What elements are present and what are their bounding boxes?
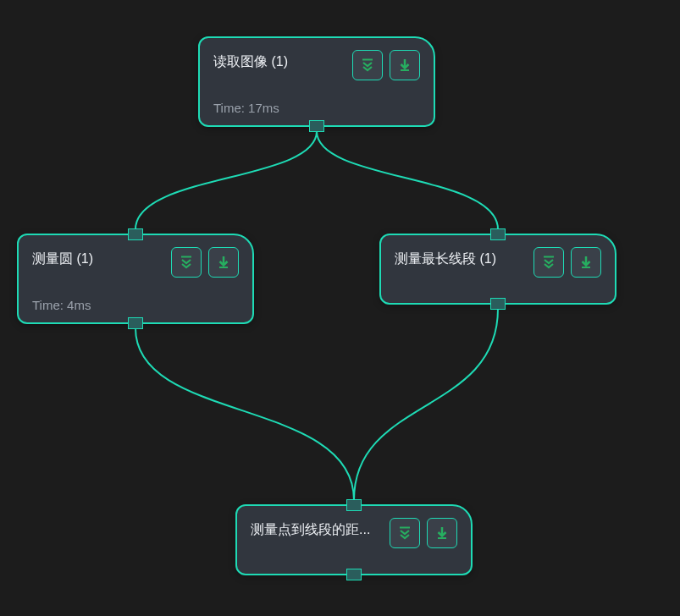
download-arrow-icon [434, 525, 450, 541]
port-out[interactable] [309, 120, 324, 132]
expand-button[interactable] [533, 247, 564, 278]
node-header: 测量最长线段 (1) [395, 247, 601, 278]
expand-button[interactable] [390, 518, 420, 548]
expand-button[interactable] [352, 50, 383, 80]
expand-double-chevron-icon [397, 525, 412, 541]
download-arrow-icon [216, 255, 231, 270]
node-time: Time: 4ms [32, 298, 239, 312]
port-in[interactable] [128, 228, 143, 240]
node-actions [533, 247, 601, 278]
expand-double-chevron-icon [360, 58, 375, 73]
svg-rect-2 [401, 69, 409, 71]
download-button[interactable] [571, 247, 601, 278]
node-measure-circle[interactable]: 测量圆 (1) Time: 4ms [17, 234, 254, 324]
svg-rect-9 [400, 527, 410, 529]
expand-double-chevron-icon [179, 255, 194, 270]
node-measure-longest-segment[interactable]: 测量最长线段 (1) [379, 234, 616, 305]
download-button[interactable] [208, 247, 239, 278]
node-header: 测量圆 (1) [32, 247, 239, 278]
expand-button[interactable] [171, 247, 202, 278]
download-button[interactable] [427, 518, 457, 548]
download-arrow-icon [397, 58, 412, 73]
node-time: Time: 17ms [213, 101, 420, 115]
svg-rect-5 [219, 267, 228, 268]
node-header: 测量点到线段的距... [251, 518, 457, 548]
node-actions [352, 50, 420, 80]
node-header: 读取图像 (1) [213, 50, 420, 80]
node-title: 测量圆 (1) [32, 247, 93, 268]
port-in[interactable] [346, 499, 362, 511]
download-button[interactable] [390, 50, 420, 80]
port-out[interactable] [346, 569, 362, 580]
node-actions [171, 247, 239, 278]
node-title: 测量点到线段的距... [251, 518, 370, 539]
node-read-image[interactable]: 读取图像 (1) Time: 17ms [198, 36, 435, 127]
port-out[interactable] [490, 298, 506, 310]
svg-rect-6 [544, 256, 554, 258]
node-measure-point-to-segment[interactable]: 测量点到线段的距... [235, 504, 473, 575]
node-actions [390, 518, 457, 548]
svg-rect-3 [181, 256, 191, 258]
port-out[interactable] [128, 317, 143, 329]
svg-rect-0 [362, 59, 373, 61]
node-title: 测量最长线段 (1) [395, 247, 496, 268]
svg-rect-11 [438, 537, 446, 539]
download-arrow-icon [578, 255, 594, 270]
node-title: 读取图像 (1) [213, 50, 288, 71]
expand-double-chevron-icon [541, 255, 556, 270]
svg-rect-8 [582, 267, 590, 268]
port-in[interactable] [490, 228, 506, 240]
